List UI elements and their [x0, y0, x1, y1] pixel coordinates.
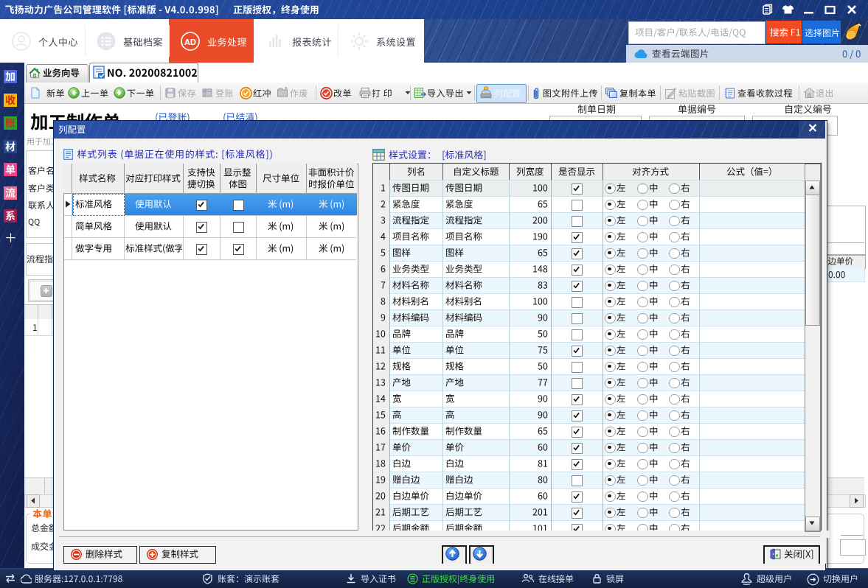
svg-text:AD: AD [184, 38, 196, 46]
